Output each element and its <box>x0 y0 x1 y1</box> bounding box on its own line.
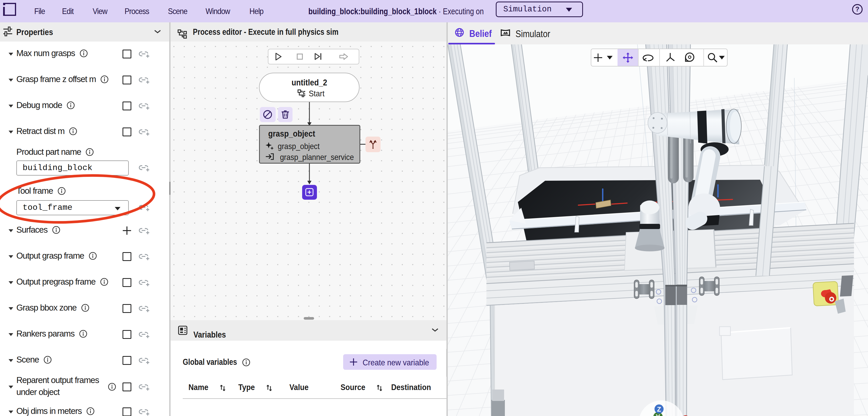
svg-text:Z: Z <box>657 405 661 413</box>
svg-text:?: ? <box>855 5 859 13</box>
